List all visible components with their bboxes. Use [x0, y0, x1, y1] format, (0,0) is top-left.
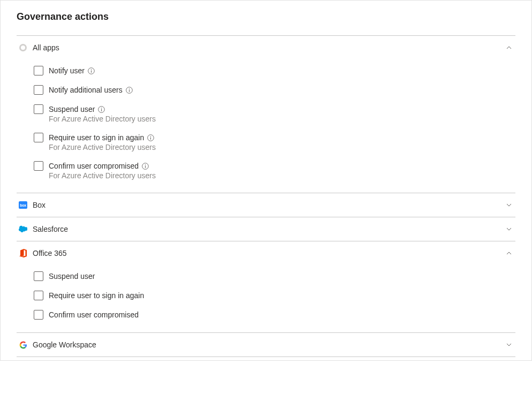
info-icon[interactable] [88, 67, 95, 74]
option-office-confirm-compromised: Confirm user compromised [34, 310, 515, 320]
governance-panel: Governance actions All apps Notify user [0, 0, 532, 361]
svg-point-1 [91, 69, 92, 70]
section-body-office-365: Suspend user Require user to sign in aga… [17, 265, 515, 332]
info-icon[interactable] [126, 87, 133, 94]
section-label: All apps [33, 43, 506, 52]
option-label: Confirm user compromised [49, 310, 139, 320]
svg-point-4 [129, 88, 130, 89]
checkbox-office-suspend-user[interactable] [34, 271, 43, 281]
svg-rect-5 [129, 89, 130, 92]
section-header-google-workspace[interactable]: Google Workspace [17, 333, 515, 357]
option-label: Confirm user compromised [49, 161, 139, 171]
section-header-box[interactable]: box Box [17, 193, 515, 217]
option-label: Require user to sign in again [49, 133, 144, 142]
checkbox-require-signin[interactable] [34, 133, 43, 142]
section-label: Box [33, 201, 506, 209]
section-header-office-365[interactable]: Office 365 [17, 241, 515, 265]
option-subtitle: For Azure Active Directory users [49, 143, 156, 151]
svg-rect-11 [150, 137, 151, 139]
option-notify-additional-users: Notify additional users [34, 85, 515, 95]
option-label: Suspend user [49, 271, 95, 281]
option-label: Notify user [49, 66, 85, 75]
page-title: Governance actions [17, 11, 515, 22]
svg-point-10 [150, 136, 151, 136]
salesforce-icon [19, 225, 27, 233]
office-365-icon [19, 249, 27, 257]
section-label: Google Workspace [33, 340, 506, 349]
all-apps-icon [19, 43, 27, 52]
svg-rect-2 [91, 70, 92, 72]
google-workspace-icon [19, 340, 27, 349]
option-subtitle: For Azure Active Directory users [49, 171, 156, 180]
option-label: Require user to sign in again [49, 291, 144, 300]
option-label: Suspend user [49, 104, 95, 114]
option-subtitle: For Azure Active Directory users [49, 115, 156, 123]
checkbox-confirm-compromised[interactable] [34, 161, 43, 171]
section-google-workspace: Google Workspace [17, 333, 515, 357]
checkbox-notify-user[interactable] [34, 66, 43, 75]
box-icon: box [19, 201, 27, 209]
info-icon[interactable] [98, 106, 105, 113]
option-require-signin: Require user to sign in again For Azure … [34, 133, 515, 151]
checkbox-office-require-signin[interactable] [34, 291, 43, 300]
section-label: Office 365 [33, 249, 506, 257]
section-label: Salesforce [33, 225, 506, 233]
section-header-all-apps[interactable]: All apps [17, 36, 515, 59]
section-box: box Box [17, 193, 515, 217]
option-label: Notify additional users [49, 85, 123, 95]
checkbox-office-confirm-compromised[interactable] [34, 310, 43, 320]
checkbox-notify-additional-users[interactable] [34, 85, 43, 95]
chevron-down-icon [506, 202, 512, 208]
option-suspend-user: Suspend user For Azure Active Directory … [34, 104, 515, 123]
section-office-365: Office 365 Suspend user Require user to … [17, 241, 515, 333]
info-icon[interactable] [147, 134, 154, 141]
option-office-suspend-user: Suspend user [34, 271, 515, 281]
option-office-require-signin: Require user to sign in again [34, 291, 515, 300]
section-header-salesforce[interactable]: Salesforce [17, 217, 515, 241]
option-notify-user: Notify user [34, 66, 515, 75]
section-body-all-apps: Notify user Notify additional users [17, 59, 515, 193]
svg-point-13 [145, 164, 146, 165]
info-icon[interactable] [142, 163, 149, 170]
chevron-up-icon [506, 250, 512, 256]
section-all-apps: All apps Notify user [17, 36, 515, 193]
chevron-down-icon [506, 226, 512, 232]
option-confirm-compromised: Confirm user compromised For Azure Activ… [34, 161, 515, 180]
svg-rect-8 [101, 109, 102, 111]
chevron-down-icon [506, 342, 512, 348]
checkbox-suspend-user[interactable] [34, 104, 43, 114]
chevron-up-icon [506, 44, 512, 51]
section-salesforce: Salesforce [17, 217, 515, 241]
svg-point-7 [101, 108, 102, 108]
svg-rect-14 [145, 165, 146, 168]
